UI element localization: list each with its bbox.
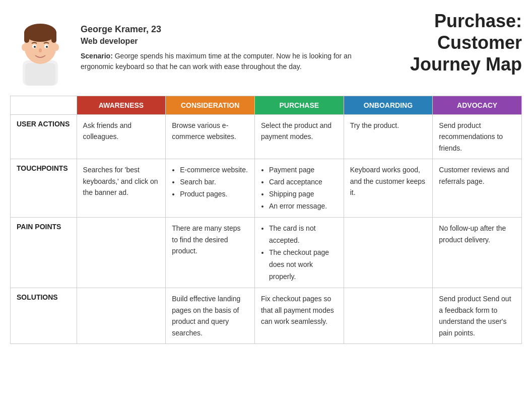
list-item: Product pages. bbox=[180, 188, 248, 200]
row-label-solutions: SOLUTIONS bbox=[11, 288, 77, 344]
row-pain-points: PAIN POINTSThere are many steps to find … bbox=[11, 218, 522, 288]
list-item: Card acceptance bbox=[269, 176, 338, 188]
cell-solutions-2: Fix checkout pages so that all payment m… bbox=[254, 288, 344, 344]
row-label-pain-points: PAIN POINTS bbox=[11, 218, 77, 288]
scenario-text: Scenario: George spends his maximum time… bbox=[81, 51, 381, 72]
list-item: The card is not accepted. bbox=[269, 223, 338, 247]
persona-info: George Kramer, 23 Web developer Scenario… bbox=[81, 24, 381, 72]
list-item: An error message. bbox=[269, 200, 338, 213]
svg-point-10 bbox=[46, 46, 48, 48]
phase-header-consideration: CONSIDERATION bbox=[166, 96, 255, 115]
journey-table: AWARENESS CONSIDERATION PURCHASE ONBOARD… bbox=[10, 96, 522, 344]
phase-header-advocacy: ADVOCACY bbox=[433, 96, 522, 115]
list-item: Payment page bbox=[269, 164, 338, 176]
svg-rect-5 bbox=[24, 30, 29, 43]
avatar-area: George Kramer, 23 Web developer Scenario… bbox=[10, 10, 381, 86]
cell-touchpoints-4: Customer reviews and referrals page. bbox=[433, 159, 522, 218]
cell-touchpoints-1: E-commerce website.Search bar.Product pa… bbox=[166, 159, 255, 218]
header: George Kramer, 23 Web developer Scenario… bbox=[10, 10, 522, 86]
scenario-label: Scenario: bbox=[81, 52, 113, 60]
svg-rect-1 bbox=[25, 63, 55, 86]
cell-user-actions-2: Select the product and payment modes. bbox=[254, 115, 344, 159]
svg-point-11 bbox=[39, 48, 42, 52]
list-item: The checkout page does not work properly… bbox=[269, 247, 338, 283]
scenario-body: George spends his maximum time at the co… bbox=[81, 52, 352, 71]
cell-pain-points-2: The card is not accepted.The checkout pa… bbox=[254, 218, 344, 288]
avatar bbox=[10, 10, 71, 86]
cell-solutions-3 bbox=[344, 288, 433, 344]
cell-pain-points-4: No follow-up after the product delivery. bbox=[433, 218, 522, 288]
phase-header-purchase: PURCHASE bbox=[254, 96, 344, 115]
page-title: Purchase: Customer Journey Map bbox=[381, 10, 522, 76]
cell-user-actions-0: Ask friends and colleagues. bbox=[77, 115, 166, 159]
row-touchpoints: TOUCHPOINTSSearches for 'best keyboards,… bbox=[11, 159, 522, 218]
persona-name: George Kramer, 23 bbox=[81, 24, 381, 35]
cell-user-actions-1: Browse various e-commerce websites. bbox=[166, 115, 255, 159]
cell-pain-points-1: There are many steps to find the desired… bbox=[166, 218, 255, 288]
svg-rect-6 bbox=[51, 30, 56, 43]
list-item: Shipping page bbox=[269, 188, 338, 200]
list-item: E-commerce website. bbox=[180, 164, 248, 176]
cell-solutions-0 bbox=[77, 288, 166, 344]
cell-touchpoints-3: Keyboard works good, and the customer ke… bbox=[344, 159, 433, 218]
svg-point-13 bbox=[54, 44, 59, 51]
cell-pain-points-0 bbox=[77, 218, 166, 288]
cell-user-actions-3: Try the product. bbox=[344, 115, 433, 159]
list-item: Search bar. bbox=[180, 176, 248, 188]
cell-touchpoints-2: Payment pageCard acceptanceShipping page… bbox=[254, 159, 344, 218]
svg-point-9 bbox=[34, 46, 36, 48]
cell-solutions-4: Send product Send out a feedback form to… bbox=[433, 288, 522, 344]
row-solutions: SOLUTIONSBuild effective landing pages o… bbox=[11, 288, 522, 344]
header-empty bbox=[11, 96, 77, 115]
cell-user-actions-4: Send product recommendations to friends. bbox=[433, 115, 522, 159]
phase-header-awareness: AWARENESS bbox=[77, 96, 166, 115]
phase-header-onboarding: ONBOARDING bbox=[344, 96, 433, 115]
cell-touchpoints-0: Searches for 'best keyboards,' and click… bbox=[77, 159, 166, 218]
row-label-user-actions: USER ACTIONS bbox=[11, 115, 77, 159]
persona-role: Web developer bbox=[81, 37, 381, 46]
cell-pain-points-3 bbox=[344, 218, 433, 288]
row-label-touchpoints: TOUCHPOINTS bbox=[11, 159, 77, 218]
svg-point-12 bbox=[22, 44, 27, 51]
title-area: Purchase: Customer Journey Map bbox=[381, 10, 522, 76]
row-user-actions: USER ACTIONSAsk friends and colleagues.B… bbox=[11, 115, 522, 159]
cell-solutions-1: Build effective landing pages on the bas… bbox=[166, 288, 255, 344]
